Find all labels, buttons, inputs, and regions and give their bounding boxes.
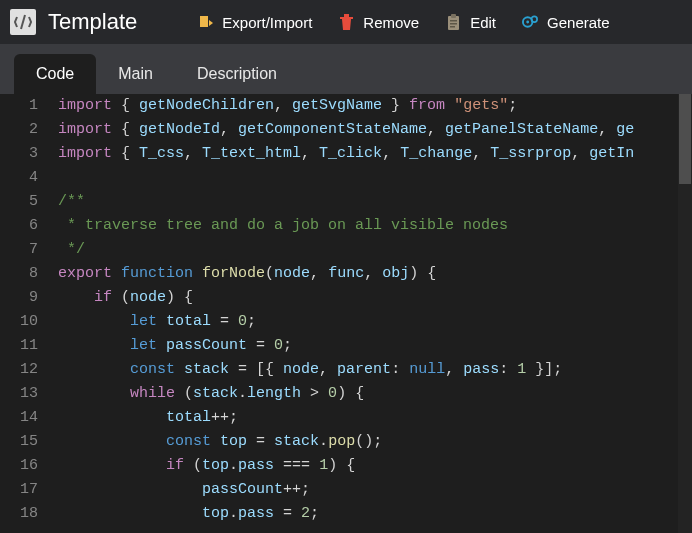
- line-number: 12: [0, 358, 38, 382]
- code-line: if (top.pass === 1) {: [58, 454, 692, 478]
- code-line: import { T_css, T_text_html, T_click, T_…: [58, 142, 692, 166]
- line-number: 17: [0, 478, 38, 502]
- line-number: 10: [0, 310, 38, 334]
- line-number: 16: [0, 454, 38, 478]
- tabs-bar: Code Main Description: [0, 44, 692, 94]
- code-line: const top = stack.pop();: [58, 430, 692, 454]
- code-line: while (stack.length > 0) {: [58, 382, 692, 406]
- code-line: /**: [58, 190, 692, 214]
- remove-label: Remove: [363, 14, 419, 31]
- line-number: 15: [0, 430, 38, 454]
- code-line: total++;: [58, 406, 692, 430]
- line-number: 11: [0, 334, 38, 358]
- code-line: import { getNodeChildren, getSvgName } f…: [58, 94, 692, 118]
- header: Template Export/Import Remove: [0, 0, 692, 44]
- code-editor[interactable]: 123456789101112131415161718 import { get…: [0, 94, 692, 533]
- line-number: 8: [0, 262, 38, 286]
- gears-icon: [522, 14, 539, 31]
- svg-rect-4: [451, 14, 456, 18]
- tab-label: Description: [197, 65, 277, 83]
- edit-label: Edit: [470, 14, 496, 31]
- svg-rect-6: [450, 23, 457, 25]
- line-number: 3: [0, 142, 38, 166]
- code-line: const stack = [{ node, parent: null, pas…: [58, 358, 692, 382]
- generate-button[interactable]: Generate: [522, 14, 610, 31]
- line-number: 13: [0, 382, 38, 406]
- code-line: if (node) {: [58, 286, 692, 310]
- tab-label: Main: [118, 65, 153, 83]
- line-number: 4: [0, 166, 38, 190]
- tab-label: Code: [36, 65, 74, 83]
- tab-code[interactable]: Code: [14, 54, 96, 94]
- export-import-label: Export/Import: [222, 14, 312, 31]
- svg-point-10: [531, 16, 537, 22]
- tab-main[interactable]: Main: [96, 54, 175, 94]
- line-number: 7: [0, 238, 38, 262]
- export-import-button[interactable]: Export/Import: [197, 14, 312, 31]
- svg-point-9: [526, 20, 529, 23]
- code-line: import { getNodeId, getComponentStateNam…: [58, 118, 692, 142]
- line-number: 5: [0, 190, 38, 214]
- svg-rect-7: [450, 26, 455, 28]
- code-line: * traverse tree and do a job on all visi…: [58, 214, 692, 238]
- svg-rect-1: [340, 17, 353, 19]
- clipboard-icon: [445, 14, 462, 31]
- code-area[interactable]: import { getNodeChildren, getSvgName } f…: [58, 94, 692, 533]
- trash-icon: [338, 14, 355, 31]
- edit-button[interactable]: Edit: [445, 14, 496, 31]
- code-line: */: [58, 238, 692, 262]
- scrollbar-thumb[interactable]: [679, 94, 691, 184]
- code-line: passCount++;: [58, 478, 692, 502]
- generate-label: Generate: [547, 14, 610, 31]
- vertical-scrollbar[interactable]: [678, 94, 692, 533]
- line-number: 9: [0, 286, 38, 310]
- template-logo-icon: [10, 9, 36, 35]
- code-line: top.pass = 2;: [58, 502, 692, 526]
- line-number: 1: [0, 94, 38, 118]
- svg-rect-2: [344, 14, 349, 17]
- line-number: 14: [0, 406, 38, 430]
- tab-description[interactable]: Description: [175, 54, 299, 94]
- line-number: 18: [0, 502, 38, 526]
- line-gutter: 123456789101112131415161718: [0, 94, 58, 533]
- svg-rect-5: [450, 20, 457, 22]
- page-title: Template: [48, 9, 137, 35]
- code-line: [58, 166, 692, 190]
- header-actions: Export/Import Remove: [197, 14, 609, 31]
- code-line: let total = 0;: [58, 310, 692, 334]
- remove-button[interactable]: Remove: [338, 14, 419, 31]
- line-number: 6: [0, 214, 38, 238]
- code-line: let passCount = 0;: [58, 334, 692, 358]
- code-line: export function forNode(node, func, obj)…: [58, 262, 692, 286]
- line-number: 2: [0, 118, 38, 142]
- export-icon: [197, 14, 214, 31]
